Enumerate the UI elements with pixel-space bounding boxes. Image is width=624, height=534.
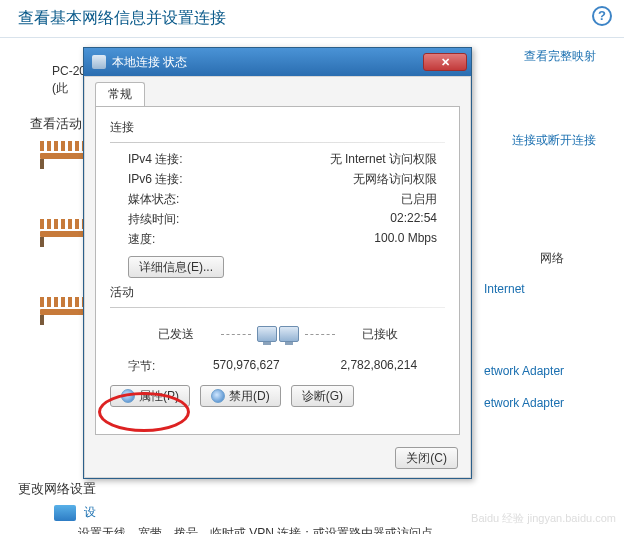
setup-connection-icon bbox=[54, 505, 76, 521]
activity-section-title: 活动 bbox=[110, 284, 445, 301]
received-label: 已接收 bbox=[335, 326, 425, 343]
details-button[interactable]: 详细信息(E)... bbox=[128, 256, 224, 278]
speed-value: 100.0 Mbps bbox=[208, 231, 445, 248]
duration-label: 持续时间: bbox=[128, 211, 208, 228]
dialog-title: 本地连接 状态 bbox=[112, 54, 187, 71]
shield-icon bbox=[211, 389, 225, 403]
media-label: 媒体状态: bbox=[128, 191, 208, 208]
speed-label: 速度: bbox=[128, 231, 208, 248]
tab-panel: 连接 IPv4 连接:无 Internet 访问权限 IPv6 连接:无网络访问… bbox=[95, 106, 460, 435]
ipv4-label: IPv4 连接: bbox=[128, 151, 208, 168]
ipv6-value: 无网络访问权限 bbox=[208, 171, 445, 188]
status-dialog: 本地连接 状态 ✕ 常规 连接 IPv4 连接:无 Internet 访问权限 … bbox=[83, 47, 472, 479]
media-value: 已启用 bbox=[208, 191, 445, 208]
activity-icon bbox=[251, 316, 305, 352]
tab-strip: 常规 bbox=[85, 77, 470, 103]
bytes-sent: 570,976,627 bbox=[180, 358, 313, 375]
help-icon[interactable]: ? bbox=[592, 6, 612, 26]
dialog-titlebar[interactable]: 本地连接 状态 ✕ bbox=[84, 48, 471, 76]
page-title: 查看基本网络信息并设置连接 bbox=[0, 0, 624, 38]
ipv6-label: IPv6 连接: bbox=[128, 171, 208, 188]
setup-connection-hint: 设置无线、宽带、拨号、临时或 VPN 连接；或设置路由器或访问点。 bbox=[78, 525, 445, 534]
close-button[interactable]: ✕ bbox=[423, 53, 467, 71]
ipv4-value: 无 Internet 访问权限 bbox=[208, 151, 445, 168]
watermark: Baidu 经验 jingyan.baidu.com bbox=[471, 511, 616, 526]
tab-general[interactable]: 常规 bbox=[95, 82, 145, 108]
duration-value: 02:22:54 bbox=[208, 211, 445, 228]
close-dialog-button[interactable]: 关闭(C) bbox=[395, 447, 458, 469]
properties-button[interactable]: 属性(P) bbox=[110, 385, 190, 407]
change-settings-heading: 更改网络设置 bbox=[18, 480, 445, 498]
setup-connection-link[interactable]: 设 bbox=[84, 504, 96, 521]
sent-label: 已发送 bbox=[131, 326, 221, 343]
close-icon: ✕ bbox=[441, 56, 450, 69]
adapter-link-2[interactable]: etwork Adapter bbox=[484, 396, 624, 410]
shield-icon bbox=[121, 389, 135, 403]
connection-icon bbox=[92, 55, 106, 69]
bytes-received: 2,782,806,214 bbox=[313, 358, 446, 375]
connection-section-title: 连接 bbox=[110, 119, 445, 136]
disable-button[interactable]: 禁用(D) bbox=[200, 385, 281, 407]
diagnose-button[interactable]: 诊断(G) bbox=[291, 385, 354, 407]
bytes-label: 字节: bbox=[110, 358, 180, 375]
